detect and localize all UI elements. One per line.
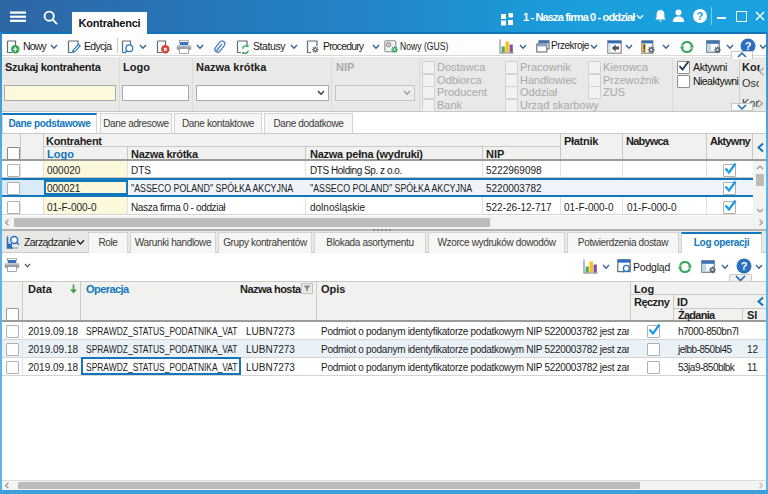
svg-text:?: ? xyxy=(697,10,703,22)
svg-text:?: ? xyxy=(741,260,748,272)
